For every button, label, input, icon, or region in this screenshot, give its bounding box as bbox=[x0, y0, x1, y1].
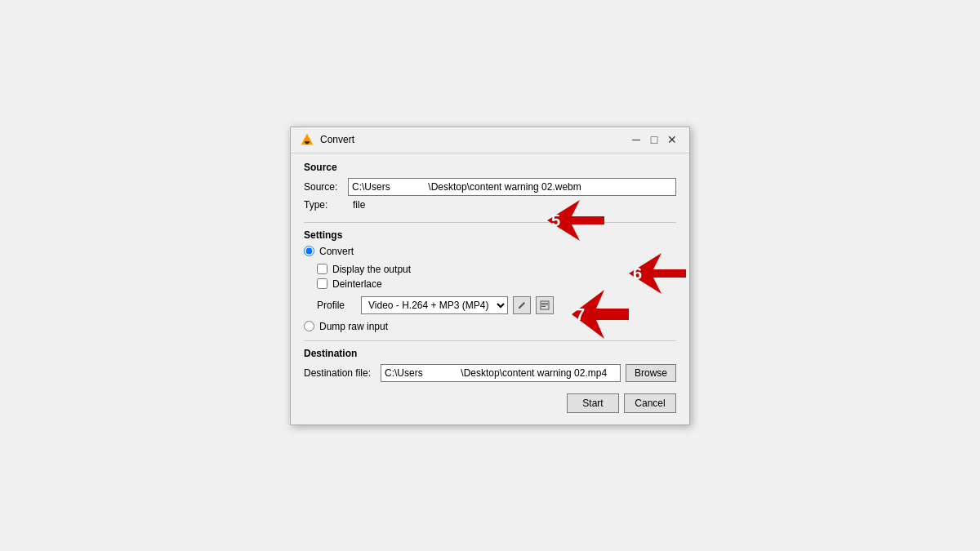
divider-1 bbox=[304, 222, 676, 223]
settings-section-label: Settings bbox=[304, 229, 676, 241]
destination-section-label: Destination bbox=[304, 348, 676, 359]
cancel-button[interactable]: Cancel bbox=[624, 393, 676, 413]
type-row: Type: file bbox=[304, 199, 676, 211]
dest-label: Destination file: bbox=[304, 367, 376, 379]
convert-dialog: Convert ─ □ ✕ Source Source: Type: file … bbox=[290, 127, 690, 425]
source-section-label: Source bbox=[304, 162, 676, 173]
divider-2 bbox=[304, 340, 676, 341]
svg-rect-4 bbox=[541, 303, 548, 304]
new-profile-icon bbox=[540, 300, 550, 310]
profile-label: Profile bbox=[317, 300, 356, 311]
deinterlace-label[interactable]: Deinterlace bbox=[332, 278, 382, 290]
display-output-label[interactable]: Display the output bbox=[332, 264, 411, 275]
dialog-body: Source Source: Type: file Settings Conve… bbox=[291, 153, 689, 424]
svg-rect-1 bbox=[305, 141, 310, 143]
source-section: Source Source: Type: file bbox=[304, 162, 676, 211]
dest-row: Destination file: Browse bbox=[304, 364, 676, 382]
svg-rect-2 bbox=[305, 143, 309, 144]
svg-rect-5 bbox=[541, 304, 548, 305]
settings-section: Settings Convert Display the output Dein… bbox=[304, 229, 676, 332]
close-button[interactable]: ✕ bbox=[665, 132, 679, 147]
source-input[interactable] bbox=[348, 178, 676, 196]
type-label: Type: bbox=[304, 199, 343, 211]
profile-new-button[interactable] bbox=[536, 296, 554, 314]
browse-button[interactable]: Browse bbox=[626, 364, 676, 382]
vlc-icon bbox=[301, 133, 314, 146]
title-bar: Convert ─ □ ✕ bbox=[291, 127, 689, 153]
title-bar-controls: ─ □ ✕ bbox=[629, 132, 679, 147]
dump-radio-label[interactable]: Dump raw input bbox=[319, 321, 388, 332]
maximize-button[interactable]: □ bbox=[647, 132, 662, 147]
dump-raw-row: Dump raw input bbox=[304, 321, 676, 332]
convert-radio[interactable] bbox=[304, 246, 314, 256]
deinterlace-checkbox[interactable] bbox=[317, 278, 327, 289]
action-row: Start Cancel bbox=[304, 393, 676, 413]
convert-radio-row: Convert bbox=[304, 246, 676, 257]
convert-radio-label[interactable]: Convert bbox=[319, 246, 354, 257]
title-bar-left: Convert bbox=[301, 133, 354, 146]
dump-radio[interactable] bbox=[304, 321, 314, 331]
dialog-title: Convert bbox=[320, 134, 354, 145]
deinterlace-row: Deinterlace bbox=[317, 278, 676, 290]
profile-edit-button[interactable] bbox=[513, 296, 531, 314]
source-label: Source: bbox=[304, 181, 343, 193]
svg-rect-6 bbox=[541, 306, 546, 307]
edit-icon bbox=[517, 300, 527, 310]
profile-row: Profile Video - H.264 + MP3 (MP4) Video … bbox=[317, 296, 676, 314]
display-output-row: Display the output bbox=[317, 264, 676, 275]
dest-input[interactable] bbox=[381, 364, 621, 382]
type-value: file bbox=[353, 199, 365, 211]
source-row: Source: bbox=[304, 178, 676, 196]
minimize-button[interactable]: ─ bbox=[629, 132, 644, 147]
display-output-checkbox[interactable] bbox=[317, 264, 327, 274]
destination-section: Destination Destination file: Browse bbox=[304, 348, 676, 382]
profile-select[interactable]: Video - H.264 + MP3 (MP4) Video - H.265 … bbox=[361, 296, 508, 314]
start-button[interactable]: Start bbox=[567, 393, 619, 413]
